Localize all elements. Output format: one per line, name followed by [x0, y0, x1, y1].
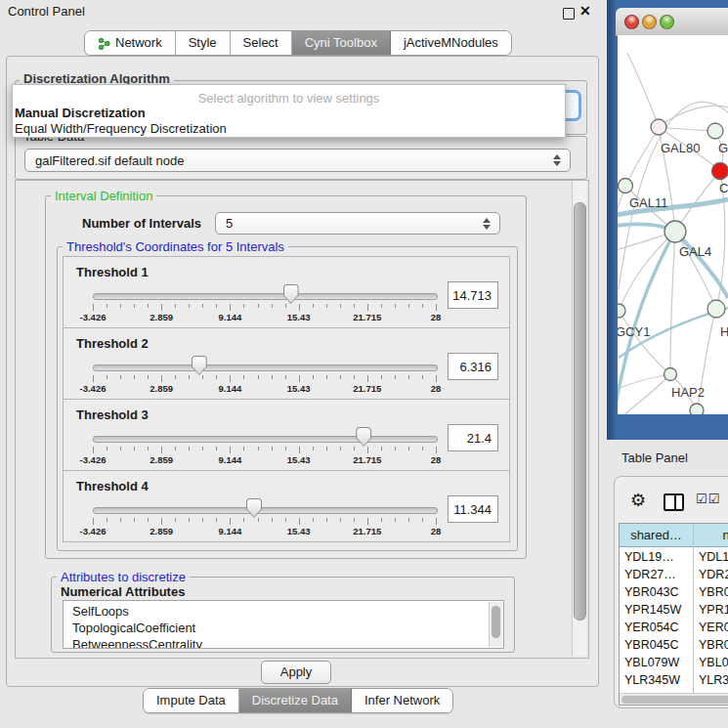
tick-mark [422, 304, 423, 308]
slider-thumb[interactable] [192, 356, 207, 375]
tick-label: 9.144 [208, 312, 251, 322]
tab-network[interactable]: Network [85, 31, 176, 55]
tab-discretize-data[interactable]: Discretize Data [239, 689, 352, 712]
slider-track[interactable] [93, 507, 438, 514]
network-edge[interactable] [627, 53, 659, 127]
table-data-combo[interactable]: galFiltered.sif default node [24, 149, 571, 172]
minimize-traffic-light-icon[interactable] [642, 15, 657, 29]
threshold-value-field[interactable]: 14.713 [448, 281, 498, 309]
tick-label: 21.715 [346, 383, 389, 394]
network-node[interactable] [707, 300, 725, 318]
tick-label: 9.144 [208, 526, 251, 536]
network-highlight-edge[interactable] [675, 232, 728, 298]
node-table[interactable]: shared…naYDL19…YDL1YDR27…YDR2YBR043CYBR0… [619, 523, 728, 706]
table-cell[interactable]: YDR27… [624, 568, 676, 581]
slider-thumb[interactable] [246, 498, 262, 518]
network-node[interactable] [707, 123, 723, 139]
tick-mark [381, 447, 382, 450]
tab-label: Style [189, 31, 217, 55]
table-cell[interactable]: YBR045C [624, 638, 679, 652]
tick-mark [395, 447, 396, 450]
zoom-traffic-light-icon[interactable] [660, 15, 674, 29]
network-window-titlebar[interactable] [616, 8, 728, 36]
slider-track[interactable] [93, 293, 438, 300]
vertical-scrollbar-thumb[interactable] [574, 202, 586, 621]
threshold-value-field[interactable]: 21.4 [448, 424, 498, 451]
network-canvas[interactable]: GAL80GALCGAL11GAL4GCY1HHAP2 [618, 35, 728, 414]
table-cell[interactable]: YBR0 [699, 638, 728, 652]
table-cell[interactable]: YER0 [699, 621, 728, 634]
tick-mark [161, 447, 162, 453]
network-node[interactable] [618, 304, 625, 318]
tick-label: -3.426 [71, 454, 114, 465]
tick-mark [230, 518, 231, 525]
attributes-scrollbar[interactable] [489, 602, 502, 647]
tab-select[interactable]: Select [231, 31, 292, 55]
table-cell[interactable]: YLR3 [699, 673, 728, 687]
network-node[interactable] [712, 163, 728, 180]
slider-thumb[interactable] [283, 284, 299, 304]
num-intervals-spinner[interactable]: 5 [215, 212, 500, 235]
bottom-tab-bar: Impute DataDiscretize DataInfer Network [143, 688, 453, 713]
slider-track[interactable] [93, 436, 438, 443]
tick-mark [367, 304, 368, 311]
column-header-name[interactable]: na [694, 524, 728, 547]
network-edge[interactable] [670, 232, 675, 374]
slider-thumb[interactable] [356, 427, 371, 447]
tick-mark [272, 447, 273, 450]
close-icon[interactable]: ✕ [579, 3, 591, 19]
attribute-item[interactable]: SelfLoops [72, 604, 129, 619]
close-traffic-light-icon[interactable] [624, 15, 639, 29]
attribute-item[interactable]: TopologicalCoefficient [72, 621, 195, 635]
float-window-icon[interactable] [563, 8, 575, 20]
table-cell[interactable]: YPR145W [624, 603, 681, 617]
tab-jactivemnodules[interactable]: jActiveMNodules [391, 31, 511, 55]
horizontal-scrollbar-thumb[interactable] [621, 696, 728, 704]
tab-infer-network[interactable]: Infer Network [352, 689, 452, 712]
network-node[interactable] [664, 221, 686, 242]
tick-mark [408, 447, 409, 450]
attributes-scrollbar-thumb[interactable] [492, 606, 500, 638]
tab-label: Network [115, 31, 162, 55]
table-cell[interactable]: YBR043C [624, 585, 679, 599]
checkbox-icons[interactable]: ☑☑ [696, 492, 720, 506]
network-edge[interactable] [625, 127, 659, 186]
horizontal-scrollbar[interactable] [620, 693, 728, 706]
attribute-item[interactable]: BetweennessCentrality [72, 637, 202, 649]
table-cell[interactable]: YPR1 [699, 603, 728, 617]
table-cell[interactable]: YER054C [624, 621, 679, 634]
column-header-shared-name[interactable]: shared… [620, 524, 693, 547]
tab-cyni-toolbox[interactable]: Cyni Toolbox [292, 31, 391, 55]
tick-mark [422, 447, 423, 450]
attributes-list[interactable]: SelfLoopsTopologicalCoefficientBetweenne… [63, 600, 504, 649]
table-cell[interactable]: YDL1 [699, 550, 728, 564]
table-cell[interactable]: YBL079W [624, 656, 679, 669]
column-split-icon[interactable] [664, 493, 684, 511]
tick-mark [299, 518, 300, 525]
network-node[interactable] [651, 119, 666, 135]
tab-style[interactable]: Style [176, 31, 231, 55]
threshold-value-field[interactable]: 11.344 [448, 495, 498, 523]
control-panel-window: Control Panel ✕ NetworkStyleSelectCyni T… [0, 0, 607, 728]
algorithm-option[interactable]: Manual Discretization [15, 106, 146, 120]
tab-impute-data[interactable]: Impute Data [144, 689, 239, 712]
table-cell[interactable]: YDR2 [699, 568, 728, 581]
network-edge[interactable] [619, 232, 675, 311]
tick-mark [313, 518, 314, 522]
network-node[interactable] [664, 368, 677, 381]
table-cell[interactable]: YLR345W [624, 673, 680, 687]
algorithm-option[interactable]: Equal Width/Frequency Discretization [15, 121, 227, 136]
network-node[interactable] [690, 404, 704, 414]
tick-mark [354, 304, 355, 308]
gear-icon[interactable]: ⚙ [630, 490, 646, 511]
network-edge[interactable] [659, 127, 715, 131]
apply-button[interactable]: Apply [261, 661, 331, 684]
table-cell[interactable]: YDL19… [624, 550, 674, 564]
slider-track[interactable] [93, 364, 438, 371]
network-node[interactable] [619, 179, 633, 193]
threshold-value-field[interactable]: 6.316 [448, 353, 498, 380]
table-cell[interactable]: YBR0 [699, 585, 728, 599]
tick-mark [299, 375, 300, 382]
threshold-label: Threshold 3 [76, 407, 149, 422]
table-cell[interactable]: YBL0 [699, 656, 728, 669]
